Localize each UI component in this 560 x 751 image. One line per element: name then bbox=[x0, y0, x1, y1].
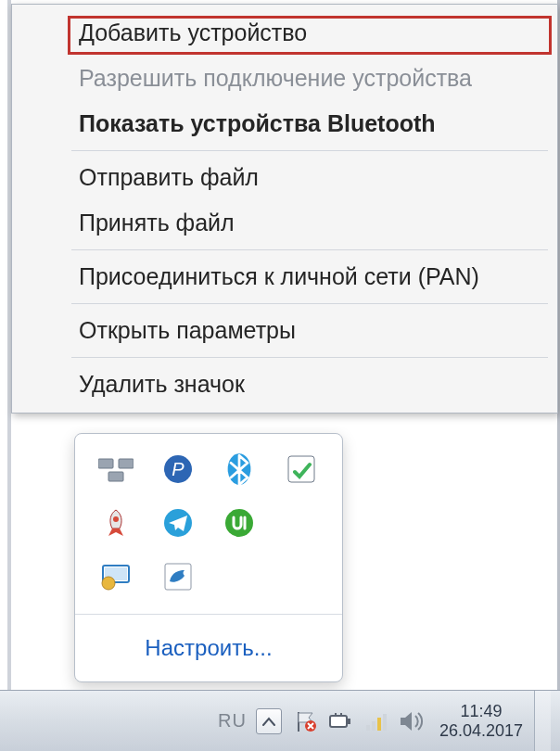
menu-separator bbox=[71, 150, 548, 151]
tray-customize-link[interactable]: Настроить... bbox=[75, 615, 342, 681]
utorrent-icon[interactable] bbox=[221, 504, 258, 541]
tray-overflow-popup: P bbox=[74, 433, 343, 682]
bluetooth-icon[interactable] bbox=[221, 451, 258, 488]
clock-date: 26.04.2017 bbox=[439, 721, 523, 741]
network-icon[interactable] bbox=[363, 708, 389, 734]
menu-item-remove-icon[interactable]: Удалить значок bbox=[16, 362, 554, 407]
display-icon[interactable] bbox=[97, 558, 134, 595]
svg-rect-1 bbox=[119, 459, 134, 468]
privacy-icon[interactable]: P bbox=[159, 451, 197, 488]
volume-icon[interactable] bbox=[399, 708, 425, 734]
menu-item-open-settings[interactable]: Открыть параметры bbox=[16, 308, 554, 353]
menu-item-receive-file[interactable]: Принять файл bbox=[16, 200, 554, 246]
menu-item-allow-connection: Разрешить подключение устройства bbox=[16, 56, 554, 101]
svg-rect-16 bbox=[347, 719, 350, 724]
svg-rect-20 bbox=[383, 714, 387, 731]
update-icon[interactable] bbox=[283, 451, 320, 488]
menu-item-join-pan[interactable]: Присоединиться к личной сети (PAN) bbox=[16, 254, 554, 299]
svg-rect-0 bbox=[98, 459, 113, 468]
language-indicator[interactable]: RU bbox=[218, 710, 247, 732]
tray-overflow-button[interactable] bbox=[256, 708, 282, 734]
svg-rect-17 bbox=[366, 725, 370, 731]
drives-icon[interactable] bbox=[97, 451, 134, 488]
svg-point-7 bbox=[113, 516, 119, 522]
power-icon[interactable] bbox=[328, 708, 354, 734]
svg-text:P: P bbox=[172, 459, 185, 479]
svg-rect-6 bbox=[288, 456, 314, 482]
menu-separator bbox=[71, 357, 548, 358]
menu-separator bbox=[71, 303, 548, 304]
chevron-up-icon bbox=[262, 717, 275, 726]
flag-icon[interactable] bbox=[293, 708, 319, 734]
svg-rect-18 bbox=[372, 721, 375, 731]
menu-item-send-file[interactable]: Отправить файл bbox=[16, 155, 554, 200]
svg-rect-2 bbox=[108, 472, 123, 481]
svg-point-12 bbox=[102, 577, 115, 590]
taskbar-clock[interactable]: 11:49 26.04.2017 bbox=[439, 702, 523, 740]
menu-separator bbox=[71, 249, 548, 250]
svg-point-9 bbox=[225, 509, 253, 537]
menu-item-show-devices[interactable]: Показать устройства Bluetooth bbox=[16, 101, 554, 146]
bird-icon[interactable] bbox=[159, 558, 197, 595]
rocket-icon[interactable] bbox=[97, 504, 134, 541]
telegram-icon[interactable] bbox=[159, 504, 197, 541]
svg-rect-19 bbox=[377, 718, 381, 731]
bluetooth-context-menu: Добавить устройство Разрешить подключени… bbox=[11, 4, 558, 414]
svg-rect-15 bbox=[330, 716, 347, 727]
show-desktop-button[interactable] bbox=[534, 691, 551, 751]
taskbar: RU bbox=[0, 690, 560, 751]
clock-time: 11:49 bbox=[439, 702, 523, 721]
menu-item-add-device[interactable]: Добавить устройство bbox=[16, 10, 554, 56]
